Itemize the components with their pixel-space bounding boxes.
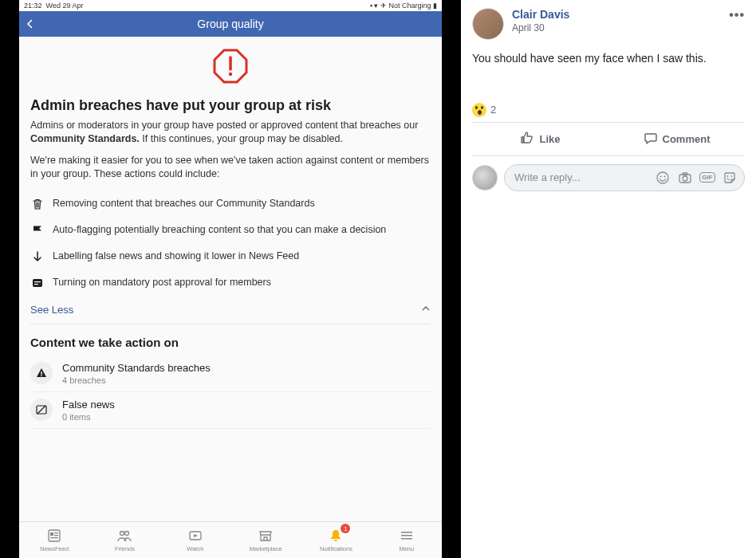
content-row-breaches[interactable]: Community Standards breaches 4 breaches [30, 356, 431, 392]
header-title: Group quality [19, 18, 442, 30]
thumbs-up-icon [520, 131, 534, 147]
author-avatar[interactable] [472, 8, 504, 40]
warning-triangle-icon [30, 362, 53, 384]
screenshot-image: 21:32 Wed 29 Apr ▪ ▾ ✈ Not Charging ▮ Gr… [19, 0, 442, 558]
false-news-icon [30, 399, 53, 421]
warning-heading: Admin breaches have put your group at ri… [30, 97, 431, 114]
action-approval: Turning on mandatory post approval for m… [30, 269, 431, 296]
sticker-picker-icon[interactable] [722, 170, 738, 186]
tab-label: NewsFeed [40, 545, 69, 552]
tab-menu[interactable]: Menu [372, 522, 442, 558]
comment-label: Comment [663, 133, 711, 145]
tab-label: Friends [115, 545, 135, 552]
like-label: Like [539, 133, 560, 145]
tab-label: Watch [187, 545, 203, 552]
warning-para-1: Admins or moderators in your group have … [30, 119, 431, 146]
content-row-title: Community Standards breaches [62, 362, 211, 374]
comment-button[interactable]: Comment [608, 123, 745, 155]
tab-label: Menu [399, 545, 414, 552]
action-text: Turning on mandatory post approval for m… [53, 276, 271, 289]
svg-point-22 [664, 175, 666, 177]
reply-input-wrap[interactable]: GIF [504, 164, 745, 191]
action-flag: Auto-flagging potentially breaching cont… [30, 217, 431, 243]
svg-rect-12 [54, 535, 58, 536]
content-area: Admin breaches have put your group at ri… [19, 37, 442, 521]
svg-rect-10 [50, 532, 53, 536]
content-row-falsenews[interactable]: False news 0 items [30, 392, 431, 429]
post-date[interactable]: April 30 [512, 22, 721, 33]
status-time: 21:32 [24, 2, 42, 10]
svg-point-15 [125, 532, 129, 536]
tab-marketplace[interactable]: Marketplace [230, 522, 301, 558]
svg-rect-3 [33, 279, 42, 287]
svg-point-14 [120, 532, 124, 536]
warning-para-1a: Admins or moderators in your group have … [30, 120, 418, 131]
content-row-sub: 0 items [62, 412, 115, 422]
post-options-button[interactable]: ••• [729, 8, 745, 22]
comment-icon [644, 131, 658, 147]
emoji-picker-icon[interactable] [655, 170, 671, 186]
group-quality-header: Group quality [19, 11, 442, 37]
action-text: Labelling false news and showing it lowe… [53, 250, 299, 262]
status-charge: Not Charging [388, 2, 431, 10]
tab-label: Notifications [320, 545, 352, 552]
svg-point-26 [727, 175, 729, 177]
svg-rect-4 [34, 281, 41, 282]
post-pane: Clair Davis April 30 ••• You should have… [461, 0, 756, 558]
warning-icon [30, 45, 431, 91]
tab-friends[interactable]: Friends [89, 522, 159, 558]
post-approval-icon [30, 276, 45, 289]
tab-watch[interactable]: Watch [160, 522, 230, 558]
watch-icon [187, 528, 203, 544]
tab-bar: NewsFeed Friends Watch Marketplace 1 Not… [19, 521, 442, 558]
marketplace-icon [258, 528, 274, 544]
svg-point-21 [660, 175, 662, 177]
ios-status-bar: 21:32 Wed 29 Apr ▪ ▾ ✈ Not Charging ▮ [19, 0, 442, 11]
svg-point-24 [683, 176, 687, 181]
photo-viewer-pane: 21:32 Wed 29 Apr ▪ ▾ ✈ Not Charging ▮ Gr… [0, 0, 461, 558]
svg-rect-18 [401, 535, 412, 536]
current-user-avatar[interactable] [472, 165, 498, 191]
post-body-text: You should have seen my face when I saw … [472, 51, 745, 66]
reply-row: GIF [472, 156, 745, 199]
tab-label: Marketplace [250, 545, 282, 552]
svg-rect-13 [50, 537, 58, 538]
svg-point-20 [657, 172, 668, 183]
reactions-summary[interactable]: 2 [472, 98, 745, 123]
tab-notifications[interactable]: 1 Notifications [301, 522, 371, 558]
community-standards-link[interactable]: Community Standards. [30, 133, 140, 144]
status-date: Wed 29 Apr [46, 2, 84, 10]
like-button[interactable]: Like [472, 123, 608, 155]
see-less-label: See Less [30, 304, 73, 316]
action-text: Removing content that breaches our Commu… [53, 197, 315, 210]
svg-point-7 [41, 375, 42, 376]
reaction-count: 2 [490, 104, 496, 116]
friends-icon [116, 528, 132, 544]
svg-rect-19 [401, 538, 412, 540]
wow-reaction-icon [472, 103, 486, 117]
gif-picker-icon[interactable]: GIF [699, 170, 715, 186]
svg-rect-6 [41, 371, 41, 375]
content-row-sub: 4 breaches [62, 375, 211, 385]
action-label: Labelling false news and showing it lowe… [30, 243, 431, 269]
flag-icon [30, 223, 45, 237]
trash-icon [30, 197, 45, 210]
action-text: Auto-flagging potentially breaching cont… [53, 223, 386, 236]
svg-point-27 [731, 175, 733, 177]
author-name-link[interactable]: Clair Davis [512, 8, 721, 21]
warning-para-2: We're making it easier for you to see wh… [30, 154, 431, 181]
svg-rect-5 [34, 284, 38, 285]
action-remove: Removing content that breaches our Commu… [30, 191, 431, 217]
see-less-toggle[interactable]: See Less [30, 296, 431, 324]
chevron-up-icon [421, 304, 431, 316]
arrow-down-icon [30, 250, 45, 263]
reply-input[interactable] [514, 171, 648, 183]
post-action-bar: Like Comment [472, 123, 745, 156]
camera-icon[interactable] [677, 170, 693, 186]
tab-newsfeed[interactable]: NewsFeed [19, 522, 89, 558]
warning-para-1c: If this continues, your group may be dis… [140, 133, 343, 144]
back-icon[interactable] [26, 16, 35, 33]
svg-rect-25 [683, 173, 687, 175]
svg-rect-11 [54, 532, 58, 533]
svg-rect-17 [401, 532, 412, 533]
